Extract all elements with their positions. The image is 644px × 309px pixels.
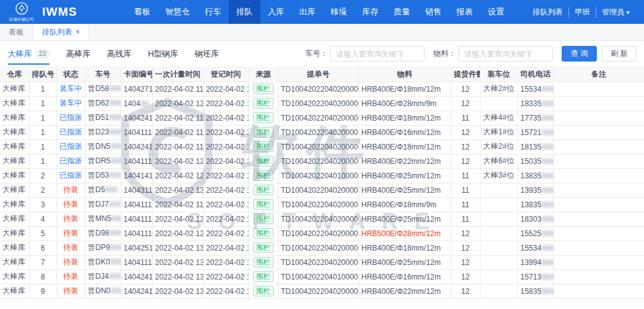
table-row[interactable]: 大棒库5待装晋D988881404111882022-04-02 12:5020… [0, 226, 644, 241]
cell-measure-time: 2022-04-02 12:49 [152, 212, 203, 226]
cell-remark [553, 241, 644, 255]
cell-remark [553, 82, 644, 96]
table-row[interactable]: 大棒库7待装晋DK08881404111882022-04-02 13:2620… [0, 255, 644, 269]
cell-material: HRB400E/Φ18mm/12m [358, 241, 451, 255]
table-row[interactable]: 大棒库6待装晋DP98881404251882022-04-02 13:0920… [0, 241, 644, 255]
cell-register-time: 2022-04-02 11:3 [203, 125, 248, 139]
nav-item-设置[interactable]: 设置 [480, 0, 512, 24]
refresh-button[interactable]: 刷 新 [602, 46, 636, 62]
tab-排队列表[interactable]: 排队列表× [33, 24, 89, 40]
cell-material: HRB400E/Φ18mm/9m [358, 197, 451, 212]
nav-item-排队[interactable]: 排队 [229, 0, 260, 24]
cell-remark [553, 96, 644, 111]
cell-status: 已指派 [57, 125, 85, 139]
material-search-input[interactable] [458, 46, 553, 62]
redacted-text: 888 [109, 229, 121, 237]
cell-qty: 12 [451, 255, 480, 269]
redacted-text: 888888 [541, 99, 553, 108]
cell-warehouse: 大棒库 [0, 139, 29, 154]
warehouse-tab-高线库[interactable]: 高线库 [107, 41, 131, 67]
redacted-text: 888 [111, 214, 121, 223]
redacted-text: 888 [109, 171, 121, 180]
cell-qty: 12 [451, 154, 480, 168]
cell-remark [553, 168, 644, 183]
cell-phone: 15835888888 [518, 284, 553, 298]
table-row[interactable]: 大棒库3待装晋DJ78881404111882022-04-02 11:4220… [0, 197, 644, 212]
visible-text: 晋D62 [88, 99, 109, 107]
current-page-link[interactable]: 排队列表 [527, 7, 569, 18]
tab-label: 排队列表 [42, 27, 72, 38]
cell-queue-no: 1 [29, 96, 57, 111]
nav-item-行车[interactable]: 行车 [197, 0, 229, 24]
cell-source: 围栏 [248, 125, 278, 139]
warehouse-tab-钢坯库[interactable]: 钢坯库 [195, 41, 219, 67]
shift-label[interactable]: 甲班 [569, 7, 596, 18]
nav-item-报表[interactable]: 报表 [449, 0, 480, 24]
table-row[interactable]: 大棒库4待装晋MN58881404111882022-04-02 12:4920… [0, 212, 644, 226]
nav-item-质量[interactable]: 质量 [386, 0, 418, 24]
warehouse-tab-H型钢库[interactable]: H型钢库 [148, 41, 178, 67]
nav-item-入库[interactable]: 入库 [260, 0, 292, 24]
user-menu[interactable]: 管理员 ▾ [596, 7, 635, 18]
column-header: 来源 [248, 67, 278, 82]
table-row[interactable]: 大棒库1已指派晋DR58881404111882022-04-02 12:022… [0, 154, 644, 168]
source-badge: 围栏 [253, 156, 274, 166]
table-row[interactable]: 大棒库9待装晋DN08881404241882022-04-02 13:4120… [0, 284, 644, 298]
visible-text: 晋D53 [88, 171, 109, 180]
cell-phone: 15721888888 [518, 125, 553, 139]
visible-text: 1404 [124, 99, 141, 108]
table-row[interactable]: 大棒库2待装晋D58881404311882022-04-02 13:24202… [0, 183, 644, 197]
cell-queue-no: 2 [29, 168, 57, 183]
cell-dock: 大棒1#位 [480, 125, 518, 139]
nav-item-库存[interactable]: 库存 [355, 0, 386, 24]
car-search-input[interactable] [330, 46, 425, 62]
cell-car: 晋DJ4888 [85, 269, 121, 284]
cell-remark [553, 139, 644, 154]
table-row[interactable]: 大棒库1已指派晋D238881404111882022-04-02 11:352… [0, 125, 644, 139]
table-row[interactable]: 大棒库2已指派晋D538881404141882022-04-02 12:212… [0, 168, 644, 183]
nav-item-看板[interactable]: 看板 [126, 0, 158, 24]
cell-warehouse: 大棒库 [0, 111, 29, 125]
cell-phone: 13835888888 [518, 168, 553, 183]
cell-card: 140424188 [121, 269, 152, 284]
cell-qty: 12 [451, 226, 480, 241]
cell-warehouse: 大棒库 [0, 212, 29, 226]
warehouse-tab-高棒库[interactable]: 高棒库 [66, 41, 91, 67]
redacted-text: 888 [109, 84, 121, 93]
table-row[interactable]: 大棒库1已指派晋DN58881404241882022-04-02 11:512… [0, 139, 644, 154]
nav-item-移垛[interactable]: 移垛 [323, 0, 355, 24]
visible-text: 1404271 [124, 85, 153, 94]
cell-dock [480, 197, 518, 212]
search-button[interactable]: 查 询 [562, 46, 596, 62]
warehouse-tab-大棒库[interactable]: 大棒库23 [8, 41, 50, 67]
close-icon[interactable]: × [75, 28, 80, 36]
visible-text: 15035 [521, 157, 541, 166]
visible-text: 15713 [521, 273, 541, 281]
tab-看板[interactable]: 看板 [0, 24, 33, 40]
cell-queue-no: 1 [29, 82, 57, 96]
cell-warehouse: 大棒库 [0, 226, 29, 241]
table-row[interactable]: 大棒库1装车中晋D628881404882022-04-02 12:462022… [0, 96, 644, 111]
source-badge: 围栏 [253, 84, 274, 94]
cell-source: 围栏 [248, 96, 278, 111]
visible-text: 15525 [521, 229, 541, 238]
visible-text: 17735 [521, 114, 541, 122]
visible-text: 15721 [521, 128, 541, 137]
cell-bill-no: TD10042022040200005319 [278, 139, 358, 154]
company-logo: 首钢长钢公司 [6, 2, 36, 23]
table-row[interactable]: 大棒库1装车中晋D588881404271882022-04-02 11:432… [0, 82, 644, 96]
cell-car: 晋DJ7888 [85, 197, 121, 212]
table-row[interactable]: 大棒库1已指派晋D518881404241882022-04-02 11:262… [0, 111, 644, 125]
cell-remark [553, 226, 644, 241]
nav-item-智慧仓[interactable]: 智慧仓 [158, 0, 197, 24]
cell-source: 围栏 [248, 154, 278, 168]
nav-item-销售[interactable]: 销售 [418, 0, 449, 24]
cell-card: 140488 [121, 96, 152, 111]
cell-status: 已指派 [57, 154, 85, 168]
table-row[interactable]: 大棒库8待装晋DJ48881404241882022-04-02 13:3520… [0, 269, 644, 284]
visible-text: 1404111 [124, 258, 152, 267]
nav-item-出库[interactable]: 出库 [292, 0, 323, 24]
visible-text: 1404111 [124, 215, 152, 224]
cell-measure-time: 2022-04-02 13:26 [152, 255, 203, 269]
cell-car: 晋D23888 [85, 125, 121, 139]
